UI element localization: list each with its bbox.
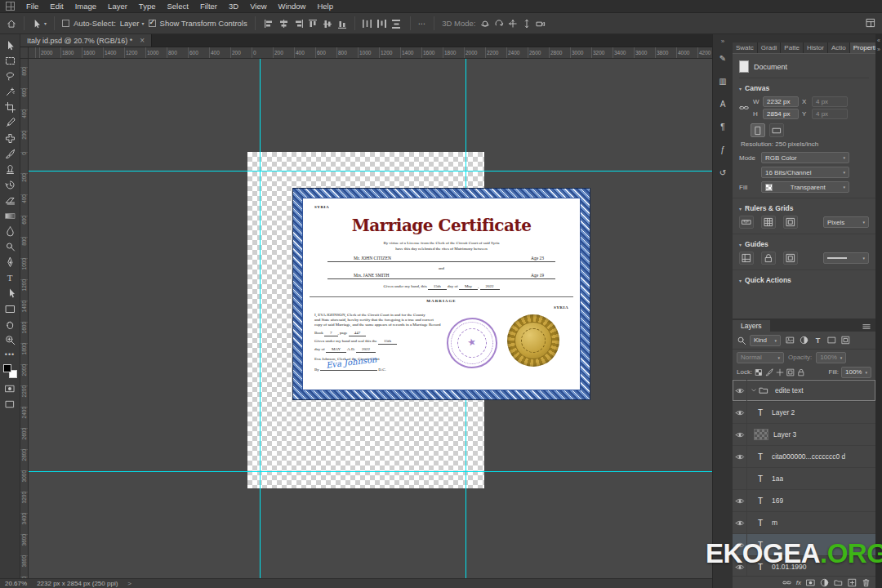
document-tab[interactable]: Italy id.psd @ 20.7% (RGB/16) * × [20,34,152,47]
paragraph-panel-icon[interactable]: ¶ [716,122,730,133]
move-tool[interactable] [2,40,18,51]
rulers-grids-section-header[interactable]: ▾Rulers & Grids [739,204,869,212]
3d-pan-icon[interactable] [507,18,519,29]
new-layer-icon[interactable] [848,578,857,587]
menu-layer[interactable]: Layer [102,2,133,11]
menu-3d[interactable]: 3D [223,2,244,11]
guide-style-select[interactable]: ▾ [823,252,869,264]
color-swatches[interactable] [3,364,17,378]
opacity-field[interactable]: 100%▾ [816,352,846,363]
dodge-tool[interactable] [2,242,18,252]
expand-panels-icon[interactable]: » [721,38,724,45]
landscape-orientation-button[interactable] [769,123,784,137]
menu-window[interactable]: Window [273,2,312,11]
distribute-left-edges-icon[interactable] [361,18,373,29]
menu-help[interactable]: Help [311,2,339,11]
canvas-section-header[interactable]: ▾Canvas [739,84,869,92]
lock-position-icon[interactable] [776,368,784,376]
add-layer-mask-icon[interactable] [806,578,815,587]
auto-select-checkbox[interactable] [62,20,69,27]
object-selection-tool[interactable] [2,87,18,97]
guide-horizontal-2[interactable] [29,471,712,472]
expand-panels-icon[interactable]: » [877,47,880,52]
rectangular-marquee-tool[interactable] [2,56,18,66]
toggle-rulers-button[interactable] [739,216,754,229]
canvas-viewport[interactable]: SYRIA Marriage Certificate By virtue of … [29,59,712,578]
align-horizontal-centers-icon[interactable] [278,18,290,29]
brush-tool[interactable] [2,149,18,159]
layer-visibility-toggle[interactable] [733,380,747,401]
delete-layer-icon[interactable] [862,578,871,587]
lock-pixels-icon[interactable] [765,368,773,376]
menu-file[interactable]: File [20,2,44,11]
layer-row[interactable]: T1aa [733,468,875,490]
units-select[interactable]: Pixels▾ [823,216,869,228]
color-mode-select[interactable]: RGB Color▾ [761,152,849,163]
align-top-edges-icon[interactable] [307,18,319,29]
more-options-icon[interactable]: ⋯ [418,19,427,28]
tab-layers[interactable]: Layers [733,320,770,332]
lock-all-icon[interactable] [797,368,805,376]
zoom-level[interactable]: 20.67% [5,580,27,587]
3d-roll-icon[interactable] [493,18,505,29]
panel-tab-actio[interactable]: Actio [828,42,850,53]
distribute-vertical-centers-icon[interactable] [390,18,403,29]
horizontal-ruler[interactable]: 2000180016001400120010008006004002000200… [29,47,712,59]
layer-row[interactable]: T169 [733,490,875,512]
crop-tool[interactable] [2,102,18,113]
menu-type[interactable]: Type [133,2,162,11]
filter-pixel-layers-icon[interactable] [784,335,796,346]
glyphs-panel-icon[interactable]: ƒ [716,145,730,156]
lock-guides-button[interactable] [761,252,776,265]
type-tool[interactable]: T [2,273,18,283]
history-panel-icon[interactable]: ↺ [716,167,730,179]
spot-healing-brush-tool[interactable] [2,133,18,144]
hand-tool[interactable] [2,319,18,330]
libraries-panel-icon[interactable]: ▥ [716,76,730,87]
path-selection-tool[interactable] [2,288,18,299]
fill-opacity-field[interactable]: 100%▾ [841,367,871,378]
brush-settings-panel-icon[interactable]: ✎ [716,53,730,65]
toggle-guides-button[interactable] [739,252,754,265]
pen-tool[interactable] [2,257,18,268]
close-icon[interactable]: × [140,37,145,45]
3d-slide-icon[interactable] [521,18,532,29]
align-right-edges-icon[interactable] [292,18,305,29]
align-bottom-edges-icon[interactable] [336,18,349,29]
fill-select[interactable]: Transparent▾ [761,181,849,193]
toggle-snap-button[interactable] [783,216,798,229]
lock-transparency-icon[interactable] [755,368,763,376]
filter-kind-select[interactable]: Kind▾ [750,335,781,346]
guide-horizontal-1[interactable] [29,171,712,172]
eraser-tool[interactable] [2,195,18,206]
lasso-tool[interactable] [2,71,18,82]
layer-visibility-toggle[interactable] [733,490,747,511]
new-adjustment-layer-icon[interactable] [820,578,829,587]
link-dimensions-icon[interactable] [739,103,749,113]
layer-visibility-toggle[interactable] [733,424,747,445]
menu-select[interactable]: Select [161,2,194,11]
panel-menu-icon[interactable] [862,322,871,332]
marriage-certificate-image[interactable]: SYRIA Marriage Certificate By virtue of … [292,188,590,400]
eyedropper-tool[interactable] [2,118,18,128]
canvas-width-field[interactable]: 2232 px [763,96,799,107]
edit-toolbar-icon[interactable]: ••• [5,350,15,359]
layer-visibility-toggle[interactable] [733,468,747,489]
collapse-panels-icon[interactable]: « [877,38,880,43]
home-icon[interactable] [7,19,16,29]
gradient-tool[interactable] [2,211,18,221]
guide-vertical-1[interactable] [260,59,261,578]
history-brush-tool[interactable] [2,180,18,190]
app-icon[interactable] [6,2,15,11]
workspace-switcher-icon[interactable] [866,18,875,29]
show-transform-checkbox[interactable] [149,20,156,27]
filter-type-layers-icon[interactable]: T [812,335,824,346]
align-vertical-centers-icon[interactable] [322,18,334,29]
menu-edit[interactable]: Edit [44,2,69,11]
status-options-chevron[interactable]: > [127,580,131,587]
lock-artboard-icon[interactable] [786,368,795,376]
blend-mode-select[interactable]: Normal▾ [737,352,784,363]
clone-stamp-tool[interactable] [2,164,18,175]
menu-image[interactable]: Image [69,2,102,11]
quick-mask-button[interactable] [5,384,15,394]
